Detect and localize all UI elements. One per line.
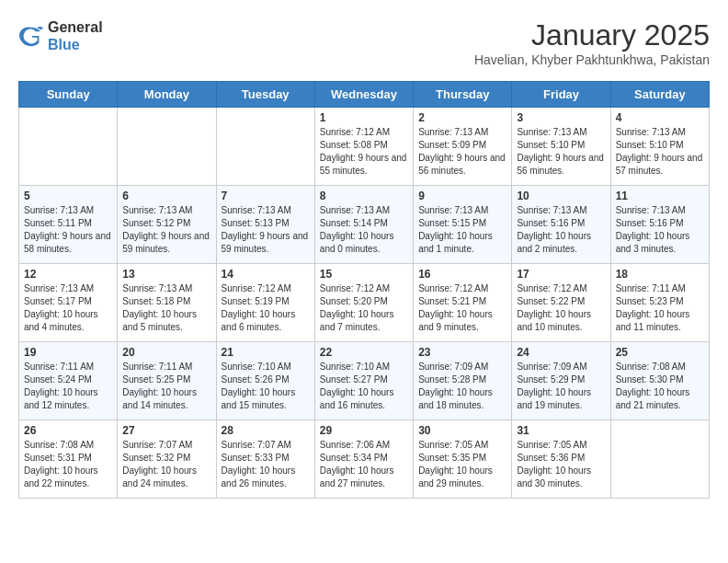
date-number: 6 xyxy=(122,190,210,202)
weekday-header-thursday: Thursday xyxy=(414,82,512,108)
calendar-cell: 16Sunrise: 7:12 AM Sunset: 5:21 PM Dayli… xyxy=(414,264,512,342)
calendar-cell: 30Sunrise: 7:05 AM Sunset: 5:35 PM Dayli… xyxy=(414,420,512,499)
cell-info: Sunrise: 7:07 AM Sunset: 5:32 PM Dayligh… xyxy=(122,439,210,490)
date-number: 10 xyxy=(517,190,605,202)
date-number: 12 xyxy=(24,268,112,281)
calendar-week-3: 12Sunrise: 7:13 AM Sunset: 5:17 PM Dayli… xyxy=(19,264,710,342)
cell-info: Sunrise: 7:11 AM Sunset: 5:23 PM Dayligh… xyxy=(616,282,704,334)
cell-info: Sunrise: 7:13 AM Sunset: 5:13 PM Dayligh… xyxy=(222,204,310,256)
date-number: 5 xyxy=(24,190,112,202)
calendar-cell: 25Sunrise: 7:08 AM Sunset: 5:30 PM Dayli… xyxy=(610,342,709,420)
cell-info: Sunrise: 7:13 AM Sunset: 5:16 PM Dayligh… xyxy=(616,204,704,256)
date-number: 20 xyxy=(122,346,210,359)
calendar-cell: 23Sunrise: 7:09 AM Sunset: 5:28 PM Dayli… xyxy=(414,342,512,420)
calendar-cell xyxy=(610,420,709,499)
cell-info: Sunrise: 7:05 AM Sunset: 5:36 PM Dayligh… xyxy=(517,439,605,490)
calendar-cell: 15Sunrise: 7:12 AM Sunset: 5:20 PM Dayli… xyxy=(314,264,413,342)
cell-info: Sunrise: 7:08 AM Sunset: 5:30 PM Dayligh… xyxy=(616,361,704,412)
date-number: 21 xyxy=(222,346,310,359)
cell-info: Sunrise: 7:08 AM Sunset: 5:31 PM Dayligh… xyxy=(24,439,112,490)
weekday-header-monday: Monday xyxy=(118,82,216,108)
calendar-cell: 14Sunrise: 7:12 AM Sunset: 5:19 PM Dayli… xyxy=(216,264,314,342)
date-number: 17 xyxy=(517,268,605,281)
cell-info: Sunrise: 7:13 AM Sunset: 5:18 PM Dayligh… xyxy=(122,282,210,334)
calendar-cell: 6Sunrise: 7:13 AM Sunset: 5:12 PM Daylig… xyxy=(118,186,216,264)
cell-info: Sunrise: 7:12 AM Sunset: 5:21 PM Dayligh… xyxy=(418,282,506,334)
calendar-cell: 11Sunrise: 7:13 AM Sunset: 5:16 PM Dayli… xyxy=(610,186,709,264)
date-number: 8 xyxy=(320,190,408,202)
date-number: 31 xyxy=(517,424,605,437)
cell-info: Sunrise: 7:13 AM Sunset: 5:11 PM Dayligh… xyxy=(24,204,112,256)
cell-info: Sunrise: 7:13 AM Sunset: 5:10 PM Dayligh… xyxy=(517,126,605,178)
calendar-cell: 4Sunrise: 7:13 AM Sunset: 5:10 PM Daylig… xyxy=(610,108,709,186)
calendar-cell: 7Sunrise: 7:13 AM Sunset: 5:13 PM Daylig… xyxy=(216,186,314,264)
date-number: 28 xyxy=(222,424,310,437)
weekday-header-wednesday: Wednesday xyxy=(314,82,413,108)
cell-info: Sunrise: 7:12 AM Sunset: 5:20 PM Dayligh… xyxy=(320,282,408,334)
date-number: 9 xyxy=(418,190,506,202)
date-number: 24 xyxy=(517,346,605,359)
cell-info: Sunrise: 7:05 AM Sunset: 5:35 PM Dayligh… xyxy=(418,439,506,490)
logo-text: General Blue xyxy=(48,18,103,53)
cell-info: Sunrise: 7:13 AM Sunset: 5:14 PM Dayligh… xyxy=(320,204,408,256)
weekday-header-saturday: Saturday xyxy=(610,82,709,108)
cell-info: Sunrise: 7:09 AM Sunset: 5:28 PM Dayligh… xyxy=(418,361,506,412)
cell-info: Sunrise: 7:12 AM Sunset: 5:08 PM Dayligh… xyxy=(320,126,408,178)
date-number: 25 xyxy=(616,346,704,359)
location-subtitle: Havelian, Khyber Pakhtunkhwa, Pakistan xyxy=(474,52,710,67)
date-number: 1 xyxy=(320,111,408,124)
calendar-cell: 22Sunrise: 7:10 AM Sunset: 5:27 PM Dayli… xyxy=(314,342,413,420)
calendar-cell: 2Sunrise: 7:13 AM Sunset: 5:09 PM Daylig… xyxy=(414,108,512,186)
calendar-cell: 28Sunrise: 7:07 AM Sunset: 5:33 PM Dayli… xyxy=(216,420,314,499)
calendar-cell: 31Sunrise: 7:05 AM Sunset: 5:36 PM Dayli… xyxy=(512,420,610,499)
cell-info: Sunrise: 7:10 AM Sunset: 5:26 PM Dayligh… xyxy=(222,361,310,412)
date-number: 23 xyxy=(418,346,506,359)
date-number: 16 xyxy=(418,268,506,281)
date-number: 3 xyxy=(517,111,605,124)
cell-info: Sunrise: 7:09 AM Sunset: 5:29 PM Dayligh… xyxy=(517,361,605,412)
date-number: 22 xyxy=(320,346,408,359)
calendar-cell: 21Sunrise: 7:10 AM Sunset: 5:26 PM Dayli… xyxy=(216,342,314,420)
weekday-header-tuesday: Tuesday xyxy=(216,82,314,108)
date-number: 19 xyxy=(24,346,112,359)
calendar-cell: 29Sunrise: 7:06 AM Sunset: 5:34 PM Dayli… xyxy=(314,420,413,499)
cell-info: Sunrise: 7:13 AM Sunset: 5:15 PM Dayligh… xyxy=(418,204,506,256)
calendar-week-1: 1Sunrise: 7:12 AM Sunset: 5:08 PM Daylig… xyxy=(19,108,710,186)
date-number: 30 xyxy=(418,424,506,437)
date-number: 14 xyxy=(222,268,310,281)
cell-info: Sunrise: 7:13 AM Sunset: 5:09 PM Dayligh… xyxy=(418,126,506,178)
calendar-cell: 24Sunrise: 7:09 AM Sunset: 5:29 PM Dayli… xyxy=(512,342,610,420)
calendar-week-2: 5Sunrise: 7:13 AM Sunset: 5:11 PM Daylig… xyxy=(19,186,710,264)
logo-general: General xyxy=(48,19,103,35)
page-header: General Blue January 2025 Havelian, Khyb… xyxy=(18,18,710,67)
month-title: January 2025 xyxy=(474,18,710,52)
date-number: 13 xyxy=(122,268,210,281)
calendar-cell: 26Sunrise: 7:08 AM Sunset: 5:31 PM Dayli… xyxy=(19,420,118,499)
cell-info: Sunrise: 7:11 AM Sunset: 5:25 PM Dayligh… xyxy=(122,361,210,412)
cell-info: Sunrise: 7:10 AM Sunset: 5:27 PM Dayligh… xyxy=(320,361,408,412)
calendar-cell: 8Sunrise: 7:13 AM Sunset: 5:14 PM Daylig… xyxy=(314,186,413,264)
logo: General Blue xyxy=(18,18,103,53)
logo-blue: Blue xyxy=(48,37,80,52)
weekday-header-row: SundayMondayTuesdayWednesdayThursdayFrid… xyxy=(19,82,710,108)
cell-info: Sunrise: 7:13 AM Sunset: 5:12 PM Dayligh… xyxy=(122,204,210,256)
date-number: 2 xyxy=(418,111,506,124)
calendar-cell: 19Sunrise: 7:11 AM Sunset: 5:24 PM Dayli… xyxy=(19,342,118,420)
calendar-week-5: 26Sunrise: 7:08 AM Sunset: 5:31 PM Dayli… xyxy=(19,420,710,499)
calendar-cell: 5Sunrise: 7:13 AM Sunset: 5:11 PM Daylig… xyxy=(19,186,118,264)
calendar-cell: 1Sunrise: 7:12 AM Sunset: 5:08 PM Daylig… xyxy=(314,108,413,186)
calendar-cell: 12Sunrise: 7:13 AM Sunset: 5:17 PM Dayli… xyxy=(19,264,118,342)
weekday-header-friday: Friday xyxy=(512,82,610,108)
calendar-cell: 9Sunrise: 7:13 AM Sunset: 5:15 PM Daylig… xyxy=(414,186,512,264)
calendar-cell xyxy=(19,108,118,186)
cell-info: Sunrise: 7:12 AM Sunset: 5:22 PM Dayligh… xyxy=(517,282,605,334)
date-number: 18 xyxy=(616,268,704,281)
title-block: January 2025 Havelian, Khyber Pakhtunkhw… xyxy=(474,18,710,67)
calendar-cell: 13Sunrise: 7:13 AM Sunset: 5:18 PM Dayli… xyxy=(118,264,216,342)
calendar-cell xyxy=(216,108,314,186)
date-number: 15 xyxy=(320,268,408,281)
date-number: 7 xyxy=(222,190,310,202)
date-number: 27 xyxy=(122,424,210,437)
date-number: 11 xyxy=(616,190,704,202)
cell-info: Sunrise: 7:13 AM Sunset: 5:10 PM Dayligh… xyxy=(616,126,704,178)
